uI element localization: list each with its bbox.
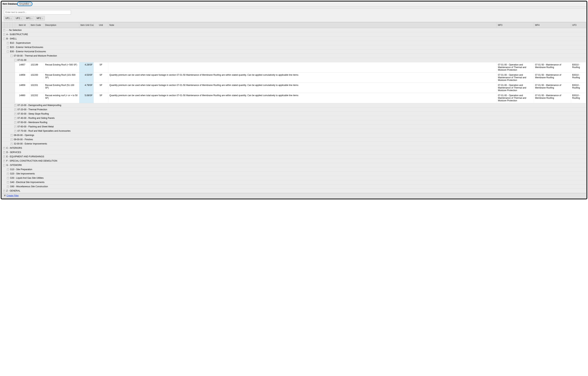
col-item-id[interactable]: Item Id [15,22,30,28]
collapse-icon[interactable]: − [3,38,5,40]
col-description[interactable]: Description [44,22,79,28]
group-btn-uf2[interactable]: UF2 △ [14,16,24,21]
table-row[interactable]: 14858 102200 Recoat Existing Roof (101-5… [2,73,586,83]
tree-row-e[interactable]: + E - EQUIPMENT AND FURNISHINGS [2,155,586,159]
cell-unit: SF [94,93,108,103]
tree-row-07-20-00[interactable]: + 07-20-00 - Thermal Protection [2,108,586,112]
search-input[interactable] [4,10,71,14]
tree-row-z[interactable]: + Z - GENERAL [2,189,586,193]
row-indent [2,62,15,72]
tree-row-f[interactable]: + F - SPECIAL CONSTRUCTION AND DEMOLITIO… [2,159,586,163]
expand-icon[interactable]: + [14,122,16,123]
tree-row-b10[interactable]: + B10 - Superstructure [2,41,586,45]
expand-icon[interactable]: + [3,151,5,154]
table-row[interactable]: 14859 102201 Recoat Existing Roof (51-10… [2,83,586,93]
tree-row-no-selection[interactable]: + - - No Selection [2,28,586,32]
expand-icon[interactable]: + [14,109,16,111]
tree-row-07-00-00[interactable]: − 07-00-00 - Thermal and Moisture Protec… [2,54,586,58]
group-btn-uf1[interactable]: UF1 △ [4,16,13,21]
tree-row-07-60-00[interactable]: + 07-60-00 - Flashing and Sheet Metal [2,125,586,129]
tree-row-08-00-00[interactable]: + 08-00-00 - Openings [2,133,586,137]
expand-icon[interactable]: + [14,104,16,106]
tree-row-b20[interactable]: + B20 - Exterior Vertical Enclosures [2,45,586,49]
tree-row-32-00-00[interactable]: + 32-00-00 - Exterior Improvements [2,142,586,146]
col-note[interactable]: Note [108,22,497,28]
tree-row-07-10-00[interactable]: + 07-10-00 - Dampproofing and Waterproof… [2,103,586,108]
tree-row-g40[interactable]: + G40 - Electrical Site Improvements [2,180,586,185]
tree-label: G40 - Electrical Site Improvements [10,181,44,184]
col-item-code[interactable]: Item Code [30,22,44,28]
expand-icon[interactable]: + [3,29,5,31]
cell-uf3: B3010 - Roofing [571,62,586,72]
expand-icon[interactable]: + [7,46,9,48]
expand-icon[interactable]: + [14,113,16,115]
col-unit[interactable]: Unit [94,22,108,28]
col-mf3[interactable]: MF3 [497,22,534,28]
tree-row-g90[interactable]: + G90 - Miscellaneous Site Construction [2,185,586,189]
tree-row-b[interactable]: − B - SHELL [2,37,586,41]
tree-row-c[interactable]: + C - INTERIORS [2,146,586,150]
expand-icon[interactable]: + [14,126,16,128]
col-uf3[interactable]: UF3 [571,22,586,28]
col-stub [2,22,5,28]
tree-row-07-40-00[interactable]: + 07-40-00 - Roofing and Siding Panels [2,116,586,120]
tree-label: 07-20-00 - Thermal Protection [17,108,47,111]
database-select[interactable]: SimpleBid ▾ [18,2,32,6]
tree-row-g20[interactable]: + G20 - Site Improvements [2,172,586,176]
cell-mf4: 07-01-50 - Maintenance of Membrane Roofi… [534,62,571,72]
expand-icon[interactable]: + [7,181,9,183]
expand-icon[interactable]: + [3,160,5,162]
collapse-icon[interactable]: − [10,55,13,57]
group-btn-label: MF1 [26,17,31,20]
tree-row-g30[interactable]: + G30 - Liquid And Gas Site Utilities [2,176,586,180]
collapse-icon[interactable]: − [7,51,9,53]
expand-icon[interactable]: + [3,190,5,192]
expand-icon[interactable]: + [7,168,9,171]
col-item-unit-cost[interactable]: Item Unit Cost [79,22,94,28]
tree-label: A - SUBSTRUCTURE [6,33,28,36]
group-btn-label: UF2 [16,17,20,20]
table-row[interactable]: 14860 102202 Recoat existing roof (< or … [2,93,586,103]
tree-row-09-00-00[interactable]: + 09-00-00 - Finishes [2,137,586,142]
create-filter-link[interactable]: Create Filter [7,194,19,197]
cell-unit: SF [94,73,108,83]
expand-icon[interactable]: + [7,173,9,175]
group-btn-label: UF1 [5,17,10,20]
table-row[interactable]: 14857 102199 Recoat Existing Roof (> 500… [2,62,586,73]
expand-icon[interactable]: + [7,42,9,44]
expand-icon[interactable]: + [14,130,16,132]
cell-item-id: 14858 [15,73,30,83]
expand-icon[interactable]: + [10,143,13,145]
column-headers: Item Id Item Code Description Item Unit … [2,22,586,28]
tree-row-b30[interactable]: − B30 - Exterior Horizontal Enclosures [2,49,586,54]
tree-row-d[interactable]: + D - SERVICES [2,150,586,155]
expand-icon[interactable]: + [7,177,9,179]
tree-row-07-50-00[interactable]: + 07-50-00 - Membrane Roofing [2,120,586,125]
tree-row-07-01-00[interactable]: − 07-01-00 [2,58,586,62]
cell-note [108,62,497,72]
tree-label: E - EQUIPMENT AND FURNISHINGS [6,155,44,158]
cell-item-code: 102199 [30,62,44,72]
tree-row-07-30-00[interactable]: + 07-30-00 - Steep Slope Roofing [2,112,586,116]
tree-row-g10[interactable]: + G10 - Site Preparation [2,167,586,172]
collapse-icon[interactable]: − [3,164,5,166]
cell-mf3: 07-01-00 - Operation and Maintenance of … [497,73,534,83]
expand-icon[interactable]: + [3,147,5,149]
tree-row-a[interactable]: + A - SUBSTRUCTURE [2,32,586,37]
tree-label: B20 - Exterior Vertical Enclosures [10,46,43,49]
grid-footer: Create Filter [2,193,586,198]
tree-row-07-70-00[interactable]: + 07-70-00 - Roof and Wall Specialties a… [2,129,586,133]
collapse-icon[interactable]: − [14,59,16,61]
expand-icon[interactable]: + [7,186,9,188]
group-btn-mf2[interactable]: MF2 △ [35,16,45,21]
expand-icon[interactable]: + [3,156,5,158]
group-btn-mf1[interactable]: MF1 △ [24,16,34,21]
sort-asc-icon: △ [21,17,22,19]
spacer [2,6,586,9]
col-mf4[interactable]: MF4 [534,22,571,28]
tree-row-g[interactable]: − G - SITEWORK [2,163,586,167]
expand-icon[interactable]: + [3,33,5,35]
expand-icon[interactable]: + [10,134,13,136]
expand-icon[interactable]: + [10,139,13,141]
expand-icon[interactable]: + [14,117,16,119]
